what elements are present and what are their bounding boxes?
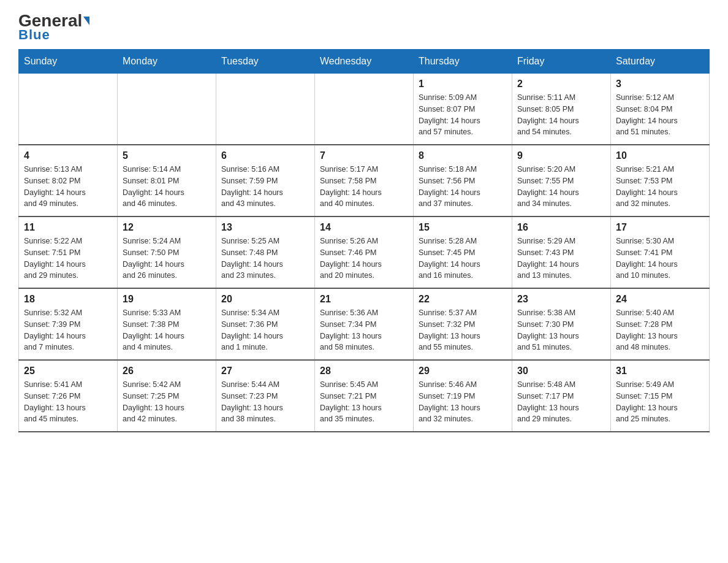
logo: General Blue xyxy=(18,12,89,43)
day-info: Sunrise: 5:38 AM Sunset: 7:30 PM Dayligh… xyxy=(517,307,605,353)
calendar-table: SundayMondayTuesdayWednesdayThursdayFrid… xyxy=(18,49,710,432)
header-friday: Friday xyxy=(512,50,611,74)
day-cell: 30Sunrise: 5:48 AM Sunset: 7:17 PM Dayli… xyxy=(512,360,611,432)
day-number: 25 xyxy=(24,366,112,377)
day-info: Sunrise: 5:48 AM Sunset: 7:17 PM Dayligh… xyxy=(517,379,605,425)
day-info: Sunrise: 5:22 AM Sunset: 7:51 PM Dayligh… xyxy=(24,236,112,282)
day-info: Sunrise: 5:11 AM Sunset: 8:05 PM Dayligh… xyxy=(517,92,605,138)
day-cell: 16Sunrise: 5:29 AM Sunset: 7:43 PM Dayli… xyxy=(512,216,611,288)
day-cell: 31Sunrise: 5:49 AM Sunset: 7:15 PM Dayli… xyxy=(611,360,710,432)
day-info: Sunrise: 5:44 AM Sunset: 7:23 PM Dayligh… xyxy=(221,379,309,425)
day-info: Sunrise: 5:16 AM Sunset: 7:59 PM Dayligh… xyxy=(221,164,309,210)
header-row: SundayMondayTuesdayWednesdayThursdayFrid… xyxy=(19,50,710,74)
day-info: Sunrise: 5:49 AM Sunset: 7:15 PM Dayligh… xyxy=(616,379,704,425)
week-row-2: 4Sunrise: 5:13 AM Sunset: 8:02 PM Daylig… xyxy=(19,145,710,216)
day-number: 9 xyxy=(517,150,605,161)
day-cell xyxy=(118,74,216,145)
day-info: Sunrise: 5:41 AM Sunset: 7:26 PM Dayligh… xyxy=(24,379,112,425)
day-cell: 17Sunrise: 5:30 AM Sunset: 7:41 PM Dayli… xyxy=(611,216,710,288)
day-cell: 25Sunrise: 5:41 AM Sunset: 7:26 PM Dayli… xyxy=(19,360,118,432)
calendar-header: SundayMondayTuesdayWednesdayThursdayFrid… xyxy=(19,50,710,74)
day-info: Sunrise: 5:24 AM Sunset: 7:50 PM Dayligh… xyxy=(123,236,211,282)
day-cell: 20Sunrise: 5:34 AM Sunset: 7:36 PM Dayli… xyxy=(216,288,315,360)
day-number: 10 xyxy=(616,150,704,161)
day-number: 19 xyxy=(123,294,211,305)
day-number: 16 xyxy=(517,222,605,233)
week-row-3: 11Sunrise: 5:22 AM Sunset: 7:51 PM Dayli… xyxy=(19,216,710,288)
day-number: 26 xyxy=(123,366,211,377)
day-number: 11 xyxy=(24,222,112,233)
day-cell: 13Sunrise: 5:25 AM Sunset: 7:48 PM Dayli… xyxy=(216,216,315,288)
day-cell: 14Sunrise: 5:26 AM Sunset: 7:46 PM Dayli… xyxy=(315,216,414,288)
day-number: 27 xyxy=(221,366,309,377)
day-number: 23 xyxy=(517,294,605,305)
day-info: Sunrise: 5:14 AM Sunset: 8:01 PM Dayligh… xyxy=(123,164,211,210)
day-cell: 23Sunrise: 5:38 AM Sunset: 7:30 PM Dayli… xyxy=(512,288,611,360)
day-info: Sunrise: 5:40 AM Sunset: 7:28 PM Dayligh… xyxy=(616,307,704,353)
day-cell: 15Sunrise: 5:28 AM Sunset: 7:45 PM Dayli… xyxy=(414,216,512,288)
header-tuesday: Tuesday xyxy=(216,50,315,74)
day-number: 4 xyxy=(24,150,112,161)
day-info: Sunrise: 5:32 AM Sunset: 7:39 PM Dayligh… xyxy=(24,307,112,353)
day-number: 8 xyxy=(419,150,507,161)
day-cell: 29Sunrise: 5:46 AM Sunset: 7:19 PM Dayli… xyxy=(414,360,512,432)
day-number: 7 xyxy=(320,150,408,161)
day-info: Sunrise: 5:28 AM Sunset: 7:45 PM Dayligh… xyxy=(419,236,507,282)
week-row-4: 18Sunrise: 5:32 AM Sunset: 7:39 PM Dayli… xyxy=(19,288,710,360)
page-header: General Blue xyxy=(18,12,710,43)
day-cell: 8Sunrise: 5:18 AM Sunset: 7:56 PM Daylig… xyxy=(414,145,512,216)
day-cell: 12Sunrise: 5:24 AM Sunset: 7:50 PM Dayli… xyxy=(118,216,216,288)
day-number: 6 xyxy=(221,150,309,161)
day-info: Sunrise: 5:25 AM Sunset: 7:48 PM Dayligh… xyxy=(221,236,309,282)
week-row-1: 1Sunrise: 5:09 AM Sunset: 8:07 PM Daylig… xyxy=(19,74,710,145)
day-cell: 19Sunrise: 5:33 AM Sunset: 7:38 PM Dayli… xyxy=(118,288,216,360)
day-number: 13 xyxy=(221,222,309,233)
day-cell: 18Sunrise: 5:32 AM Sunset: 7:39 PM Dayli… xyxy=(19,288,118,360)
day-info: Sunrise: 5:30 AM Sunset: 7:41 PM Dayligh… xyxy=(616,236,704,282)
day-number: 15 xyxy=(419,222,507,233)
day-number: 1 xyxy=(419,79,507,90)
day-cell: 4Sunrise: 5:13 AM Sunset: 8:02 PM Daylig… xyxy=(19,145,118,216)
header-saturday: Saturday xyxy=(611,50,710,74)
day-cell xyxy=(315,74,414,145)
day-info: Sunrise: 5:34 AM Sunset: 7:36 PM Dayligh… xyxy=(221,307,309,353)
day-cell: 24Sunrise: 5:40 AM Sunset: 7:28 PM Dayli… xyxy=(611,288,710,360)
header-sunday: Sunday xyxy=(19,50,118,74)
calendar-body: 1Sunrise: 5:09 AM Sunset: 8:07 PM Daylig… xyxy=(19,74,710,432)
day-number: 17 xyxy=(616,222,704,233)
day-cell: 26Sunrise: 5:42 AM Sunset: 7:25 PM Dayli… xyxy=(118,360,216,432)
logo-blue: Blue xyxy=(18,27,50,43)
day-info: Sunrise: 5:42 AM Sunset: 7:25 PM Dayligh… xyxy=(123,379,211,425)
day-info: Sunrise: 5:37 AM Sunset: 7:32 PM Dayligh… xyxy=(419,307,507,353)
day-number: 12 xyxy=(123,222,211,233)
day-cell: 3Sunrise: 5:12 AM Sunset: 8:04 PM Daylig… xyxy=(611,74,710,145)
day-cell: 21Sunrise: 5:36 AM Sunset: 7:34 PM Dayli… xyxy=(315,288,414,360)
day-cell: 2Sunrise: 5:11 AM Sunset: 8:05 PM Daylig… xyxy=(512,74,611,145)
day-cell: 5Sunrise: 5:14 AM Sunset: 8:01 PM Daylig… xyxy=(118,145,216,216)
day-number: 18 xyxy=(24,294,112,305)
day-number: 14 xyxy=(320,222,408,233)
day-cell: 9Sunrise: 5:20 AM Sunset: 7:55 PM Daylig… xyxy=(512,145,611,216)
day-info: Sunrise: 5:09 AM Sunset: 8:07 PM Dayligh… xyxy=(419,92,507,138)
day-cell: 7Sunrise: 5:17 AM Sunset: 7:58 PM Daylig… xyxy=(315,145,414,216)
header-thursday: Thursday xyxy=(414,50,512,74)
day-info: Sunrise: 5:18 AM Sunset: 7:56 PM Dayligh… xyxy=(419,164,507,210)
day-info: Sunrise: 5:12 AM Sunset: 8:04 PM Dayligh… xyxy=(616,92,704,138)
day-number: 28 xyxy=(320,366,408,377)
day-cell: 1Sunrise: 5:09 AM Sunset: 8:07 PM Daylig… xyxy=(414,74,512,145)
day-number: 3 xyxy=(616,79,704,90)
day-number: 20 xyxy=(221,294,309,305)
day-info: Sunrise: 5:46 AM Sunset: 7:19 PM Dayligh… xyxy=(419,379,507,425)
day-cell: 10Sunrise: 5:21 AM Sunset: 7:53 PM Dayli… xyxy=(611,145,710,216)
day-info: Sunrise: 5:21 AM Sunset: 7:53 PM Dayligh… xyxy=(616,164,704,210)
day-number: 29 xyxy=(419,366,507,377)
day-info: Sunrise: 5:33 AM Sunset: 7:38 PM Dayligh… xyxy=(123,307,211,353)
day-cell: 6Sunrise: 5:16 AM Sunset: 7:59 PM Daylig… xyxy=(216,145,315,216)
day-number: 24 xyxy=(616,294,704,305)
day-number: 2 xyxy=(517,79,605,90)
day-info: Sunrise: 5:13 AM Sunset: 8:02 PM Dayligh… xyxy=(24,164,112,210)
day-cell: 11Sunrise: 5:22 AM Sunset: 7:51 PM Dayli… xyxy=(19,216,118,288)
day-cell: 27Sunrise: 5:44 AM Sunset: 7:23 PM Dayli… xyxy=(216,360,315,432)
day-number: 21 xyxy=(320,294,408,305)
day-info: Sunrise: 5:17 AM Sunset: 7:58 PM Dayligh… xyxy=(320,164,408,210)
